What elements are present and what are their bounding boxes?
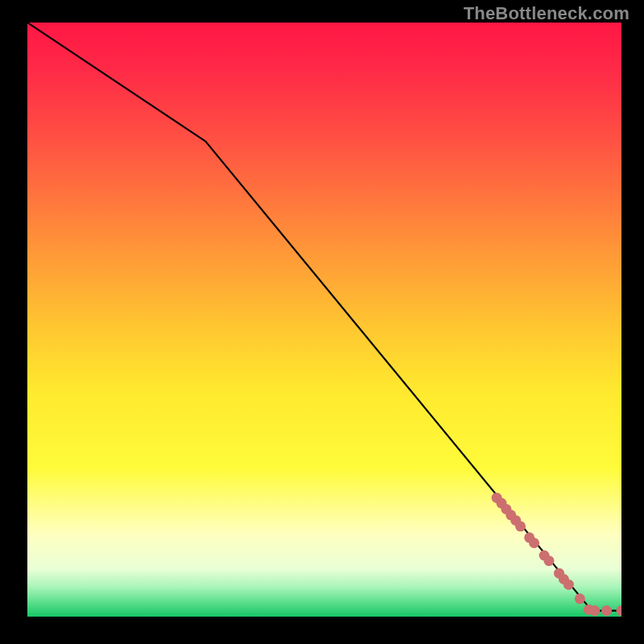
gradient-background — [27, 23, 621, 617]
data-point — [601, 605, 612, 616]
data-point — [529, 538, 539, 548]
data-point — [589, 605, 600, 616]
data-point — [564, 580, 574, 590]
data-point — [575, 593, 585, 604]
plot-area — [27, 23, 621, 617]
watermark-text: TheBottleneck.com — [464, 3, 630, 24]
data-point — [515, 521, 526, 531]
chart-frame: TheBottleneck.com — [0, 0, 644, 644]
plot-svg — [27, 23, 621, 617]
data-point — [543, 555, 554, 566]
